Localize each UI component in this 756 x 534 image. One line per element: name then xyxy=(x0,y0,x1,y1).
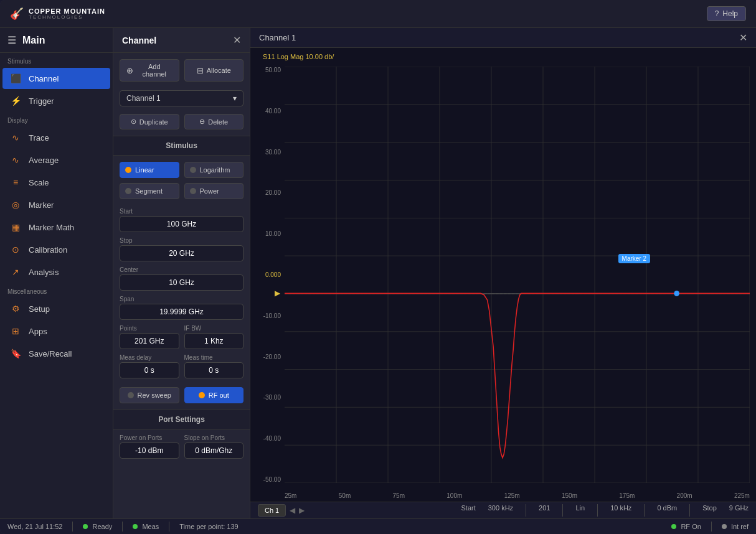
slope-ports-field: Slope on Ports 0 dBm/Ghz xyxy=(184,434,244,459)
delete-button[interactable]: ⊖ Delete xyxy=(184,114,244,129)
menu-icon[interactable]: ☰ xyxy=(7,34,16,46)
int-ref-status: Int ref xyxy=(722,523,749,530)
divider2 xyxy=(562,504,563,517)
bottom-stop-label: Stop xyxy=(702,504,717,517)
sidebar-item-scale[interactable]: ≡ Scale xyxy=(2,172,110,193)
sidebar-header: ☰ Main xyxy=(0,28,113,53)
ready-dot xyxy=(83,524,88,529)
sidebar-item-average[interactable]: ∿ Average xyxy=(2,149,110,171)
sidebar-item-setup[interactable]: ⚙ Setup xyxy=(2,298,110,319)
rev-sweep-label: Rev sweep xyxy=(138,391,171,399)
meas-time-label: Meas time xyxy=(184,354,244,361)
marker2-label: Marker 2 xyxy=(618,254,650,263)
add-channel-button[interactable]: ⊕ Add channel xyxy=(120,59,179,82)
rev-sweep-button[interactable]: Rev sweep xyxy=(120,387,179,403)
sidebar: ☰ Main Stimulus ⬛ Channel ⚡ Trigger Disp… xyxy=(0,28,113,518)
center-field: Center 10 GHz xyxy=(120,266,243,291)
logarithm-radio xyxy=(190,167,196,173)
rf-on-status: RF On xyxy=(671,523,701,530)
y-axis: 50.00 40.00 30.00 20.00 10.00 0.000 -10.… xyxy=(250,67,285,483)
sidebar-item-markermath[interactable]: ▦ Marker Math xyxy=(2,217,110,238)
channel-selector[interactable]: Channel 1 ▾ xyxy=(120,90,243,106)
center-value[interactable]: 10 GHz xyxy=(120,274,243,291)
sidebar-item-apps[interactable]: ⊞ Apps xyxy=(2,321,110,342)
points-label: Points xyxy=(120,325,179,332)
logo-sub-text: TECHNOLOGIES xyxy=(29,15,105,21)
sidebar-label-calibration: Calibration xyxy=(29,245,67,255)
sidebar-label-analysis: Analysis xyxy=(29,268,59,277)
intref-dot xyxy=(722,524,727,529)
channel-panel: Channel ✕ ⊕ Add channel ⊟ Allocate Chann… xyxy=(113,28,250,518)
sweep-mode-grid: Linear Logarithm Segment Power xyxy=(113,156,250,205)
meas-times-row: Meas delay 0 s Meas time 0 s xyxy=(113,352,250,381)
sidebar-item-channel[interactable]: ⬛ Channel xyxy=(2,68,110,89)
segment-button[interactable]: Segment xyxy=(120,183,179,199)
power-button[interactable]: Power xyxy=(184,183,244,199)
divider1 xyxy=(526,504,526,517)
sidebar-label-scale: Scale xyxy=(29,178,49,187)
meas-time-field: Meas time 0 s xyxy=(184,354,244,378)
points-value[interactable]: 201 GHz xyxy=(120,333,179,349)
linear-label: Linear xyxy=(135,166,154,174)
slope-ports-value[interactable]: 0 dBm/Ghz xyxy=(184,443,244,459)
sidebar-item-saverecall[interactable]: 🔖 Save/Recall xyxy=(2,343,110,364)
points-field: Points 201 GHz xyxy=(120,325,179,349)
sidebar-item-marker[interactable]: ◎ Marker xyxy=(2,194,110,215)
svg-point-22 xyxy=(674,291,679,296)
panel-close-button[interactable]: ✕ xyxy=(233,34,241,46)
ifbw-label: IF BW xyxy=(184,325,244,332)
slope-ports-label: Slope on Ports xyxy=(184,434,244,441)
top-bar: 🎸 COPPER MOUNTAIN TECHNOLOGIES ? Help xyxy=(0,0,756,28)
section-label-stimulus: Stimulus xyxy=(0,53,113,67)
ref-arrow: ▶ xyxy=(275,289,280,297)
section-label-display: Display xyxy=(0,112,113,126)
ifbw-value[interactable]: 1 Khz xyxy=(184,333,244,349)
main-content: ☰ Main Stimulus ⬛ Channel ⚡ Trigger Disp… xyxy=(0,28,756,518)
span-label: Span xyxy=(120,296,243,302)
start-value[interactable]: 100 GHz xyxy=(120,216,243,232)
meas-status: Meas xyxy=(133,523,159,530)
saverecall-icon: 🔖 xyxy=(10,349,21,358)
ch-nav-right[interactable]: ▶ xyxy=(299,506,305,515)
allocate-button[interactable]: ⊟ Allocate xyxy=(184,59,244,82)
stop-value[interactable]: 20 GHz xyxy=(120,245,243,261)
channel-icon: ⬛ xyxy=(10,73,21,83)
duplicate-button[interactable]: ⊙ Duplicate xyxy=(120,114,179,129)
bottom-channel-bar: Ch 1 ◀ ▶ Start 300 kHz 201 Lin 10 kHz 0 … xyxy=(250,502,756,518)
bottom-lin-value: Lin xyxy=(575,504,585,517)
apps-icon: ⊞ xyxy=(10,326,21,336)
scale-icon: ≡ xyxy=(10,177,21,187)
sidebar-label-markermath: Marker Math xyxy=(29,223,74,232)
power-ports-field: Power on Ports -10 dBm xyxy=(120,434,179,459)
sidebar-item-analysis[interactable]: ↗ Analysis xyxy=(2,261,110,283)
bottom-points-value: 201 xyxy=(539,504,550,517)
sidebar-item-trigger[interactable]: ⚡ Trigger xyxy=(2,90,110,111)
sidebar-item-calibration[interactable]: ⊙ Calibration xyxy=(2,239,110,260)
linear-button[interactable]: Linear xyxy=(120,162,179,178)
chart-close-button[interactable]: ✕ xyxy=(739,32,747,44)
rf-out-button[interactable]: RF out xyxy=(184,387,244,403)
center-label: Center xyxy=(120,266,243,273)
status-right: RF On Int ref xyxy=(671,522,749,532)
power-ports-value[interactable]: -10 dBm xyxy=(120,443,179,459)
x-axis: 25m 50m 75m 100m 125m 150m 175m 200m 225… xyxy=(285,492,750,499)
ch1-tab[interactable]: Ch 1 xyxy=(258,504,286,517)
linear-radio xyxy=(125,167,131,173)
chart-body: S11 Log Mag 10.00 db/ 50.00 40.00 30.00 … xyxy=(250,48,756,502)
help-button[interactable]: ? Help xyxy=(707,6,746,21)
meas-delay-value[interactable]: 0 s xyxy=(120,362,179,378)
sidebar-item-trace[interactable]: ∿ Trace xyxy=(2,127,110,148)
allocate-icon: ⊟ xyxy=(197,66,204,75)
ch-nav-left[interactable]: ◀ xyxy=(290,506,295,515)
logarithm-button[interactable]: Logarithm xyxy=(184,162,244,178)
start-label: Start xyxy=(120,208,243,215)
span-value[interactable]: 19.9999 GHz xyxy=(120,304,243,320)
duplicate-icon: ⊙ xyxy=(131,118,136,126)
sidebar-label-marker: Marker xyxy=(29,200,54,210)
bottom-ifbw-value: 10 kHz xyxy=(610,504,631,517)
panel-title: Channel xyxy=(122,35,156,45)
meas-time-value[interactable]: 0 s xyxy=(184,362,244,378)
divider3 xyxy=(597,504,598,517)
rfon-dot xyxy=(671,524,676,529)
sweep-toggle-row: Rev sweep RF out xyxy=(113,381,250,410)
